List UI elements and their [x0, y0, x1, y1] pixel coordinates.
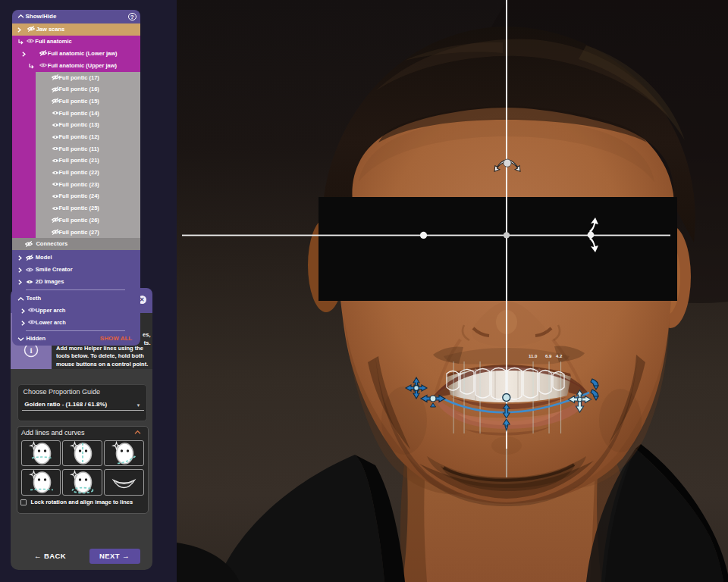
- svg-text:11.0: 11.0: [529, 354, 538, 358]
- svg-text:i: i: [30, 346, 32, 355]
- svg-text:4.2: 4.2: [556, 354, 563, 358]
- svg-text:6.9: 6.9: [545, 354, 552, 358]
